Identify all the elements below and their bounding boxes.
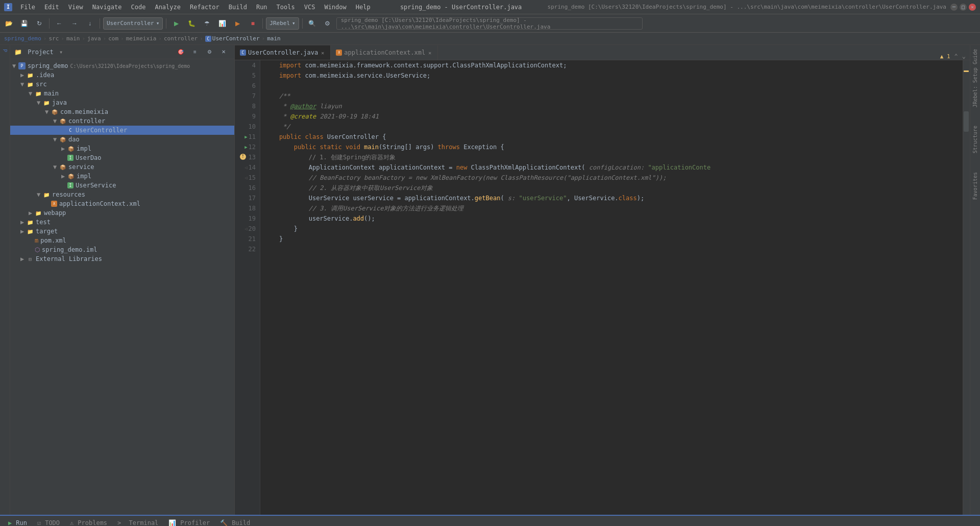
tree-userdao[interactable]: I UserDao [10,153,234,162]
open-file-button[interactable]: 📂 [2,17,15,30]
search-button[interactable]: 🔍 [306,17,319,30]
bc-com[interactable]: com [108,35,118,42]
run-button[interactable]: ▶ [169,17,183,30]
collapse-all-icon[interactable]: ⌃ [954,53,958,60]
tab-close-icon[interactable]: ✕ [320,50,325,56]
menu-window[interactable]: Window [320,3,350,12]
bc-main[interactable]: main [66,35,80,42]
tree-webapp[interactable]: ▶ 📁 webapp [10,208,234,218]
maximize-button[interactable]: □ [960,4,967,11]
tree-iml[interactable]: ⬡ spring_demo.iml [10,245,234,254]
fold-14[interactable]: ◁ [244,162,247,173]
close-panel-button[interactable]: ✕ [217,47,230,57]
gutter-15: ◁15 [239,173,256,183]
tab-appcontext[interactable]: X applicationContext.xml ✕ [331,45,438,60]
run-tab[interactable]: ▶ Run [4,518,31,527]
tree-controller[interactable]: ▼ 📦 controller [10,116,234,126]
menu-run[interactable]: Run [252,3,272,12]
tree-service-impl[interactable]: ▶ 📦 impl [10,172,234,181]
tree-test[interactable]: ▶ 📁 test [10,218,234,227]
history-button[interactable]: ↓ [83,17,96,30]
bc-main-method[interactable]: main [267,35,281,42]
terminal-tab[interactable]: >_ Terminal [113,518,162,527]
structure-panel[interactable]: Structure [972,124,978,155]
debug-button[interactable]: 🐛 [185,17,198,30]
build-project-button[interactable]: ▶ [231,17,244,30]
bc-usercontroller[interactable]: CUserController [205,35,260,42]
forward-button[interactable]: → [68,17,81,30]
menu-edit[interactable]: Edit [40,3,63,12]
tree-com-meimeixia[interactable]: ▼ 📦 com.meimeixia [10,107,234,116]
menu-help[interactable]: Help [352,3,375,12]
gutter-18: 18 [239,203,256,213]
menu-refactor[interactable]: Refactor [186,3,224,12]
run-dropdown[interactable]: JRebel ▾ [266,17,299,30]
project-header-actions: 🎯 ≡ ⚙ ✕ [174,47,230,57]
tree-src[interactable]: ▼ 📁 src [10,80,234,89]
menu-file[interactable]: File [16,3,39,12]
problems-tab[interactable]: ⚠ Problems [66,518,111,527]
menu-navigate[interactable]: Navigate [88,3,126,12]
tree-appcontext[interactable]: X applicationContext.xml [10,199,234,208]
close-button[interactable]: ✕ [969,4,976,11]
menu-code[interactable]: Code [127,3,150,12]
save-button[interactable]: 💾 [17,17,31,30]
minimize-button[interactable]: ─ [950,4,958,11]
stop-button[interactable]: ■ [246,17,259,30]
run-gutter-12[interactable]: ▶ [244,142,247,152]
tab-usercontroller[interactable]: C UserController.java ✕ [235,45,331,60]
src-folder-icon: 📁 [27,81,34,88]
profile-button[interactable]: 📊 [215,17,229,30]
iml-icon: ⬡ [35,246,40,253]
code-content[interactable]: import com.meimeixia.framework.context.s… [260,60,963,515]
tree-resources[interactable]: ▼ 📁 resources [10,190,234,199]
profiler-tab[interactable]: 📊 Profiler [164,518,214,527]
tree-target[interactable]: ▶ 📁 target [10,227,234,236]
menu-build[interactable]: Build [225,3,251,12]
tree-main[interactable]: ▼ 📁 main [10,89,234,98]
todo-tab[interactable]: ☑ TODO [33,518,64,527]
bc-spring-demo[interactable]: spring_demo [4,35,41,42]
menu-tools[interactable]: Tools [273,3,299,12]
bc-java[interactable]: java [87,35,101,42]
expand-all-icon[interactable]: ⌄ [962,53,966,60]
locate-button[interactable]: 🎯 [174,47,187,57]
tree-pom[interactable]: m pom.xml [10,236,234,245]
back-button[interactable]: ← [53,17,66,30]
run-gutter-11[interactable]: ▶ [244,132,247,142]
bc-meimeixia[interactable]: meimeixia [126,35,157,42]
collapse-button[interactable]: ≡ [188,47,202,57]
tree-root[interactable]: ▼ P spring_demo C:\Users\32120\IdeaProje… [10,61,234,70]
tree-usercontroller[interactable]: C UserController [10,126,234,135]
fold-15[interactable]: ◁ [244,173,247,183]
project-icon[interactable]: P [2,47,8,54]
bc-src[interactable]: src [48,35,59,42]
scroll-thumb[interactable] [964,111,969,132]
tree-java[interactable]: ▼ 📁 java [10,98,234,107]
line-12: public static void main(String[] args) t… [264,142,963,152]
gutter-12: ▶12 [239,142,256,152]
run-with-coverage-button[interactable]: ☂ [200,17,213,30]
todo-tab-icon: ☑ [37,519,41,527]
fold-20[interactable]: ◁ [244,224,247,234]
nav-dropdown[interactable]: UserController ▾ [103,17,163,30]
build-tab[interactable]: 🔨 Build [216,518,254,527]
settings-button[interactable]: ⚙ [321,17,334,30]
tab-appcontext-close[interactable]: ✕ [427,50,432,56]
settings-project-button[interactable]: ⚙ [203,47,216,57]
tree-dao-impl[interactable]: ▶ 📦 impl [10,144,234,153]
bc-controller[interactable]: controller [164,35,198,42]
tree-idea[interactable]: ▶ 📁 .idea [10,70,234,80]
tree-ext-libs[interactable]: ▶ ⊞ External Libraries [10,254,234,264]
tree-userservice[interactable]: I UserService [10,181,234,190]
sync-button[interactable]: ↻ [33,17,46,30]
tree-dao[interactable]: ▼ 📦 dao [10,135,234,144]
menu-view[interactable]: View [64,3,87,12]
rebel-setup-guide[interactable]: JRebel: Setup Guide [972,47,978,109]
left-tool-icons: P [0,45,10,515]
tree-service[interactable]: ▼ 📦 service [10,162,234,172]
menu-analyze[interactable]: Analyze [151,3,185,12]
favorites-panel[interactable]: Favorites [972,170,978,202]
menu-vcs[interactable]: VCS [300,3,320,12]
project-path: spring_demo [C:\Users\32120\IdeaProjects… [548,4,946,10]
